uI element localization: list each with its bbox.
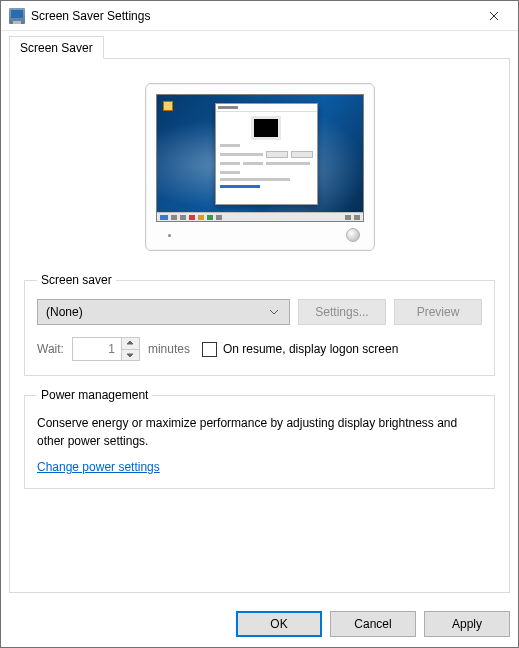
settings-button[interactable]: Settings... — [298, 299, 386, 325]
chevron-down-icon — [265, 309, 283, 315]
screensaver-preview — [24, 73, 495, 273]
desktop-icon — [163, 101, 173, 111]
resume-checkbox-label: On resume, display logon screen — [223, 342, 398, 356]
ok-button[interactable]: OK — [236, 611, 322, 637]
preview-button[interactable]: Preview — [394, 299, 482, 325]
tab-screen-saver[interactable]: Screen Saver — [9, 36, 104, 59]
monitor-base — [156, 222, 364, 242]
close-button[interactable] — [471, 1, 516, 30]
wait-input[interactable] — [73, 338, 121, 360]
monitor-knob-icon — [346, 228, 360, 242]
chevron-up-icon — [126, 341, 134, 345]
monitor-graphic — [145, 83, 375, 251]
client-area: Screen Saver — [1, 31, 518, 601]
chevron-down-icon — [126, 353, 134, 357]
change-power-settings-link[interactable]: Change power settings — [37, 460, 160, 474]
monitor-screen — [156, 94, 364, 222]
titlebar: Screen Saver Settings — [1, 1, 518, 31]
tab-panel: Screen saver (None) Settings... Preview … — [9, 59, 510, 593]
apply-button[interactable]: Apply — [424, 611, 510, 637]
mini-taskbar — [157, 212, 363, 221]
wait-label: Wait: — [37, 342, 64, 356]
screensaver-legend: Screen saver — [37, 273, 116, 287]
power-group: Power management Conserve energy or maxi… — [24, 388, 495, 489]
wait-units: minutes — [148, 342, 190, 356]
wait-down-button[interactable] — [122, 350, 139, 361]
mini-dialog — [215, 103, 318, 205]
dialog-buttons: OK Cancel Apply — [1, 601, 518, 647]
resume-checkbox[interactable] — [202, 342, 217, 357]
screensaver-select-value: (None) — [46, 305, 265, 319]
app-icon — [9, 8, 25, 24]
close-icon — [489, 11, 499, 21]
wait-spinner[interactable] — [72, 337, 140, 361]
cancel-button[interactable]: Cancel — [330, 611, 416, 637]
power-text: Conserve energy or maximize performance … — [37, 414, 482, 450]
resume-checkbox-wrap[interactable]: On resume, display logon screen — [202, 342, 398, 357]
window-title: Screen Saver Settings — [31, 9, 471, 23]
wait-up-button[interactable] — [122, 338, 139, 350]
screensaver-group: Screen saver (None) Settings... Preview … — [24, 273, 495, 376]
tabstrip: Screen Saver — [9, 35, 510, 59]
screensaver-select[interactable]: (None) — [37, 299, 290, 325]
power-legend: Power management — [37, 388, 152, 402]
